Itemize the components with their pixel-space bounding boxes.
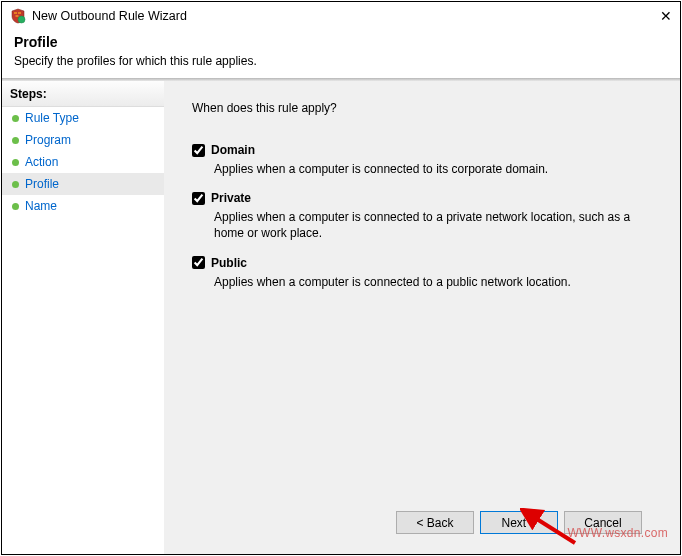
- page-header: Profile Specify the profiles for which t…: [2, 30, 680, 78]
- profile-domain: Domain Applies when a computer is connec…: [192, 143, 652, 177]
- wizard-window: New Outbound Rule Wizard ✕ Profile Speci…: [1, 1, 681, 555]
- bullet-icon: [12, 203, 19, 210]
- step-profile[interactable]: Profile: [2, 173, 164, 195]
- next-button[interactable]: Next >: [480, 511, 558, 534]
- step-label: Program: [25, 133, 71, 147]
- page-title: Profile: [14, 34, 668, 50]
- steps-sidebar: Steps: Rule Type Program Action Profile …: [2, 81, 164, 554]
- firewall-icon: [10, 8, 26, 24]
- bullet-icon: [12, 115, 19, 122]
- bullet-icon: [12, 159, 19, 166]
- svg-point-3: [18, 16, 25, 23]
- desc-public: Applies when a computer is connected to …: [214, 274, 634, 290]
- label-private[interactable]: Private: [211, 191, 251, 205]
- button-footer: < Back Next > Cancel: [192, 501, 652, 544]
- svg-rect-0: [14, 12, 17, 14]
- step-label: Profile: [25, 177, 59, 191]
- step-rule-type[interactable]: Rule Type: [2, 107, 164, 129]
- desc-domain: Applies when a computer is connected to …: [214, 161, 634, 177]
- bullet-icon: [12, 137, 19, 144]
- content-pane: When does this rule apply? Domain Applie…: [164, 81, 680, 554]
- step-action[interactable]: Action: [2, 151, 164, 173]
- back-button[interactable]: < Back: [396, 511, 474, 534]
- titlebar: New Outbound Rule Wizard ✕: [2, 2, 680, 30]
- profile-public: Public Applies when a computer is connec…: [192, 256, 652, 290]
- step-label: Rule Type: [25, 111, 79, 125]
- window-title: New Outbound Rule Wizard: [32, 9, 632, 23]
- bullet-icon: [12, 181, 19, 188]
- content-question: When does this rule apply?: [192, 101, 652, 115]
- profile-private: Private Applies when a computer is conne…: [192, 191, 652, 241]
- label-domain[interactable]: Domain: [211, 143, 255, 157]
- step-label: Action: [25, 155, 58, 169]
- desc-private: Applies when a computer is connected to …: [214, 209, 634, 241]
- step-name[interactable]: Name: [2, 195, 164, 217]
- checkbox-public[interactable]: [192, 256, 205, 269]
- step-label: Name: [25, 199, 57, 213]
- checkbox-private[interactable]: [192, 192, 205, 205]
- wizard-body: Steps: Rule Type Program Action Profile …: [2, 81, 680, 554]
- svg-rect-2: [16, 15, 19, 17]
- cancel-button[interactable]: Cancel: [564, 511, 642, 534]
- page-subtitle: Specify the profiles for which this rule…: [14, 54, 668, 68]
- svg-rect-1: [18, 12, 21, 14]
- label-public[interactable]: Public: [211, 256, 247, 270]
- steps-heading: Steps:: [2, 81, 164, 107]
- close-button[interactable]: ✕: [632, 8, 672, 24]
- checkbox-domain[interactable]: [192, 144, 205, 157]
- step-program[interactable]: Program: [2, 129, 164, 151]
